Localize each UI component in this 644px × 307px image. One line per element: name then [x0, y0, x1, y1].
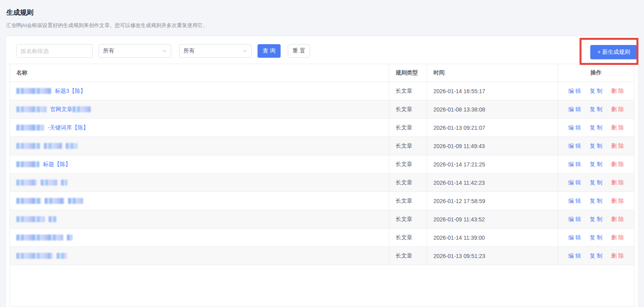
rule-time-cell: 2026-01-13 09:21:07: [427, 119, 558, 137]
rules-table: 名称规则类型时间操作 标题3【陈】长文章2026-01-14 16:55:17编…: [10, 64, 634, 307]
table-row: 官网文章长文章2026-01-08 13:38:08编 辑复 制删 除: [10, 100, 634, 119]
copy-link[interactable]: 复 制: [590, 143, 603, 150]
rule-name-link[interactable]: 标题3【陈】: [55, 88, 86, 95]
redacted-text-block: [57, 253, 67, 259]
redacted-text-block: [16, 253, 53, 259]
rule-name-cell: [10, 229, 389, 246]
table-row: 标题3【陈】长文章2026-01-14 16:55:17编 辑复 制删 除: [10, 82, 634, 100]
delete-link[interactable]: 删 除: [611, 234, 624, 241]
rule-time-cell: 2026-01-14 16:55:17: [427, 82, 558, 100]
redacted-text-block: [44, 143, 62, 149]
redacted-text-block: [16, 198, 41, 204]
reset-button[interactable]: 重 置: [288, 44, 310, 58]
rule-type-cell: 长文章: [389, 247, 427, 265]
redacted-text-block: [41, 180, 57, 186]
delete-link[interactable]: 删 除: [611, 124, 624, 131]
rule-name-cell: 标题【陈】: [10, 155, 389, 173]
column-header-0: 名称: [10, 64, 389, 82]
delete-link[interactable]: 删 除: [611, 143, 624, 150]
delete-link[interactable]: 删 除: [611, 197, 624, 205]
copy-link[interactable]: 复 制: [590, 179, 603, 186]
copy-link[interactable]: 复 制: [590, 88, 603, 95]
rule-type-cell: 长文章: [389, 174, 427, 192]
edit-link[interactable]: 编 辑: [568, 197, 581, 205]
edit-link[interactable]: 编 辑: [568, 161, 581, 168]
redacted-text-block: [16, 180, 37, 186]
actions-cell: 编 辑复 制删 除: [558, 192, 634, 210]
redacted-text-block: [67, 235, 72, 241]
copy-link[interactable]: 复 制: [590, 161, 603, 168]
redacted-text-block: [66, 143, 78, 149]
delete-link[interactable]: 删 除: [611, 216, 624, 223]
edit-link[interactable]: 编 辑: [568, 216, 581, 223]
actions-cell: 编 辑复 制删 除: [558, 174, 634, 192]
edit-link[interactable]: 编 辑: [568, 124, 581, 131]
actions-cell: 编 辑复 制删 除: [558, 82, 634, 100]
redacted-text-block: [16, 143, 40, 149]
edit-link[interactable]: 编 辑: [568, 106, 581, 113]
rule-type-select[interactable]: 所有: [99, 44, 171, 58]
copy-link[interactable]: 复 制: [590, 197, 603, 205]
column-header-3: 操作: [558, 64, 634, 82]
redacted-text-block: [16, 125, 44, 131]
delete-link[interactable]: 删 除: [611, 252, 624, 260]
rule-time-cell: 2026-01-14 11:42:23: [427, 174, 558, 192]
rule-type-cell: 长文章: [389, 229, 427, 246]
delete-link[interactable]: 删 除: [611, 161, 624, 168]
rule-time-cell: 2026-01-12 17:58:59: [427, 192, 558, 210]
rule-time-cell: 2026-01-09 11:43:52: [427, 210, 558, 228]
rule-name-link[interactable]: 标题【陈】: [43, 161, 71, 168]
redacted-text-block: [16, 161, 39, 167]
edit-link[interactable]: 编 辑: [568, 143, 581, 150]
redacted-text-block: [72, 106, 91, 112]
edit-link[interactable]: 编 辑: [568, 88, 581, 95]
table-row: 长文章2026-01-14 11:39:00编 辑复 制删 除: [10, 229, 634, 247]
delete-link[interactable]: 删 除: [611, 88, 624, 95]
copy-link[interactable]: 复 制: [590, 216, 603, 223]
actions-cell: 编 辑复 制删 除: [558, 119, 634, 137]
page-subtitle: 汇创鸭AI会根据设置好的生成规则来创作文章。您可以修改生成规则并多次重复使用它。: [6, 22, 208, 29]
new-rule-button[interactable]: + 新生成规则: [590, 45, 637, 59]
edit-link[interactable]: 编 辑: [568, 234, 581, 241]
rules-card: 所有 所有 查 询 重 置 + 新生成规则 名称规则类型时间操作 标题3【陈】长…: [6, 36, 638, 307]
edit-link[interactable]: 编 辑: [568, 179, 581, 186]
edit-link[interactable]: 编 辑: [568, 252, 581, 260]
rule-name-cell: 官网文章: [10, 100, 389, 118]
name-filter-input[interactable]: [16, 44, 93, 58]
page-title: 生成规则: [6, 8, 33, 17]
copy-link[interactable]: 复 制: [590, 106, 603, 113]
redacted-text-block: [68, 198, 83, 204]
copy-link[interactable]: 复 制: [590, 234, 603, 241]
redacted-text-block: [61, 180, 67, 186]
column-header-2: 时间: [427, 64, 558, 82]
table-row: 长文章2026-01-09 11:49:43编 辑复 制删 除: [10, 137, 634, 155]
actions-cell: 编 辑复 制删 除: [558, 100, 634, 118]
rule-type-cell: 长文章: [389, 155, 427, 173]
rule-time-cell: 2026-01-08 13:38:08: [427, 100, 558, 118]
status-select[interactable]: 所有: [179, 44, 252, 58]
rule-name-cell: [10, 247, 389, 265]
rule-name-link[interactable]: 官网文章: [50, 106, 72, 113]
chevron-down-icon: [162, 49, 167, 53]
actions-cell: 编 辑复 制删 除: [558, 247, 634, 265]
actions-cell: 编 辑复 制删 除: [558, 155, 634, 173]
redacted-text-block: [16, 88, 51, 94]
delete-link[interactable]: 删 除: [611, 179, 624, 186]
actions-cell: 编 辑复 制删 除: [558, 210, 634, 228]
table-row: 长文章2026-01-14 11:42:23编 辑复 制删 除: [10, 174, 634, 192]
copy-link[interactable]: 复 制: [590, 252, 603, 260]
column-header-1: 规则类型: [389, 64, 427, 82]
query-button[interactable]: 查 询: [258, 44, 281, 58]
copy-link[interactable]: 复 制: [590, 124, 603, 131]
rule-type-cell: 长文章: [389, 100, 427, 118]
filter-bar: 所有 所有 查 询 重 置: [16, 44, 310, 58]
table-row: -关键词库【陈】长文章2026-01-13 09:21:07编 辑复 制删 除: [10, 119, 634, 137]
delete-link[interactable]: 删 除: [611, 106, 624, 113]
actions-cell: 编 辑复 制删 除: [558, 137, 634, 155]
rule-time-cell: 2026-01-13 09:51:23: [427, 247, 558, 265]
rule-name-link[interactable]: -关键词库【陈】: [48, 124, 89, 131]
rule-name-cell: [10, 210, 389, 228]
rule-time-cell: 2026-01-14 11:39:00: [427, 229, 558, 246]
table-row: 长文章2026-01-13 09:51:23编 辑复 制删 除: [10, 247, 634, 265]
table-row: 标题【陈】长文章2026-01-14 17:21:25编 辑复 制删 除: [10, 155, 634, 174]
